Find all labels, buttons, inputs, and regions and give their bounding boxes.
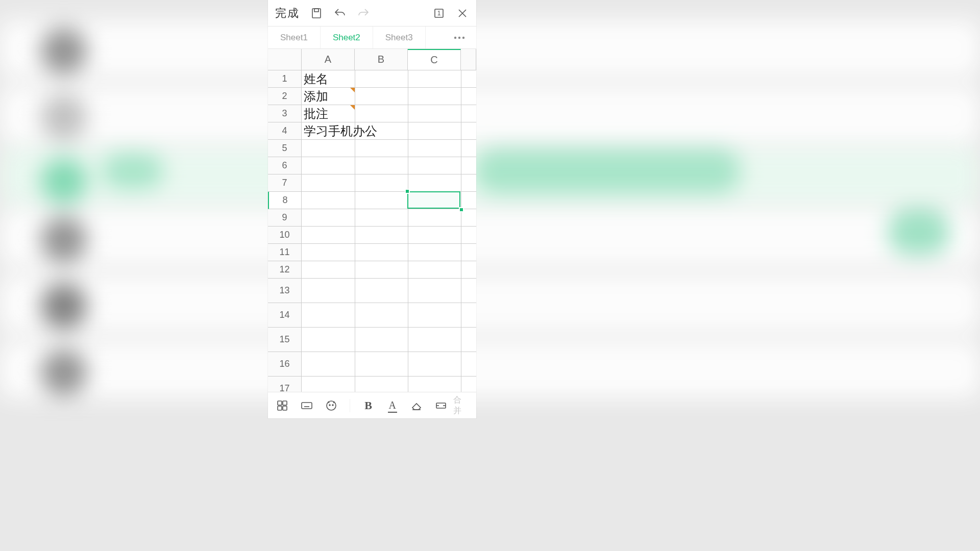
tabs-more-icon[interactable]: [443, 27, 476, 48]
col-header-B[interactable]: B: [355, 49, 408, 70]
row-header-3[interactable]: 3: [268, 105, 301, 122]
row-header-9[interactable]: 9: [268, 209, 301, 227]
svg-rect-1: [314, 9, 318, 12]
merge-cells-icon[interactable]: [435, 399, 447, 412]
blurred-background: [0, 0, 980, 551]
toolbar-separator: [350, 399, 350, 412]
cell-A2[interactable]: 添加: [302, 88, 328, 105]
row-header-2[interactable]: 2: [268, 88, 301, 105]
cell-A4[interactable]: 学习手机办公: [302, 122, 377, 140]
row-header-16[interactable]: 16: [268, 352, 301, 377]
apps-icon[interactable]: [276, 399, 288, 412]
selection-handle-br[interactable]: [459, 207, 464, 212]
undo-icon[interactable]: [333, 7, 347, 20]
tab-sheet3[interactable]: Sheet3: [373, 27, 426, 48]
tab-sheet1[interactable]: Sheet1: [268, 27, 321, 48]
svg-rect-8: [278, 406, 282, 410]
svg-point-4: [458, 36, 460, 38]
done-button[interactable]: 完成: [275, 6, 300, 21]
close-icon[interactable]: [456, 7, 469, 20]
row-headers: 1234567891011121314151617: [268, 70, 302, 392]
redo-icon: [357, 7, 370, 20]
row-header-12[interactable]: 12: [268, 261, 301, 279]
svg-rect-9: [283, 406, 287, 410]
svg-point-5: [462, 36, 464, 38]
svg-point-3: [454, 36, 456, 38]
cell-A3[interactable]: 批注: [302, 105, 328, 122]
bottom-toolbar: B A 合并: [268, 392, 476, 418]
selection-box[interactable]: [407, 191, 460, 209]
row-header-14[interactable]: 14: [268, 303, 301, 328]
assistant-icon[interactable]: [325, 399, 337, 412]
save-icon[interactable]: [310, 7, 323, 20]
grid-corner[interactable]: [268, 49, 302, 70]
svg-point-17: [329, 405, 330, 406]
cells-area[interactable]: 姓名添加批注学习手机办公: [302, 70, 476, 392]
merge-label: 合并: [453, 395, 468, 416]
row-header-17[interactable]: 17: [268, 377, 301, 392]
col-header-A[interactable]: A: [302, 49, 355, 70]
row-header-1[interactable]: 1: [268, 70, 301, 88]
row-header-10[interactable]: 10: [268, 227, 301, 244]
row-header-7[interactable]: 7: [268, 174, 301, 192]
app-window: 完成 1 Sheet1 Sheet2 Sheet3 ABC 1234567891…: [268, 0, 476, 418]
row-header-6[interactable]: 6: [268, 157, 301, 174]
bold-button[interactable]: B: [362, 399, 374, 412]
svg-rect-10: [302, 403, 312, 409]
eraser-icon[interactable]: [410, 399, 423, 412]
row-header-5[interactable]: 5: [268, 140, 301, 157]
page-count-badge[interactable]: 1: [432, 7, 446, 20]
svg-rect-6: [278, 401, 282, 405]
tab-sheet2[interactable]: Sheet2: [321, 27, 373, 48]
comment-marker-A3[interactable]: [350, 105, 355, 110]
svg-rect-7: [283, 401, 287, 405]
font-color-button[interactable]: A: [386, 399, 398, 412]
comment-marker-A2[interactable]: [350, 88, 355, 92]
row-header-11[interactable]: 11: [268, 244, 301, 261]
svg-rect-0: [312, 9, 321, 18]
col-header-overflow: [461, 49, 476, 70]
row-header-8[interactable]: 8: [268, 192, 301, 209]
spreadsheet-grid[interactable]: ABC 1234567891011121314151617 姓名添加批注学习手机…: [268, 49, 476, 392]
svg-point-18: [332, 405, 333, 406]
row-header-13[interactable]: 13: [268, 279, 301, 303]
column-headers: ABC: [302, 49, 476, 70]
col-header-C[interactable]: C: [408, 49, 461, 70]
selection-handle-tl[interactable]: [405, 189, 410, 194]
row-header-15[interactable]: 15: [268, 328, 301, 352]
svg-point-16: [327, 401, 336, 410]
sheet-tabs: Sheet1 Sheet2 Sheet3: [268, 27, 476, 49]
keyboard-icon[interactable]: [301, 399, 313, 412]
row-header-4[interactable]: 4: [268, 122, 301, 140]
cell-A1[interactable]: 姓名: [302, 70, 328, 88]
top-toolbar: 完成 1: [268, 0, 476, 27]
